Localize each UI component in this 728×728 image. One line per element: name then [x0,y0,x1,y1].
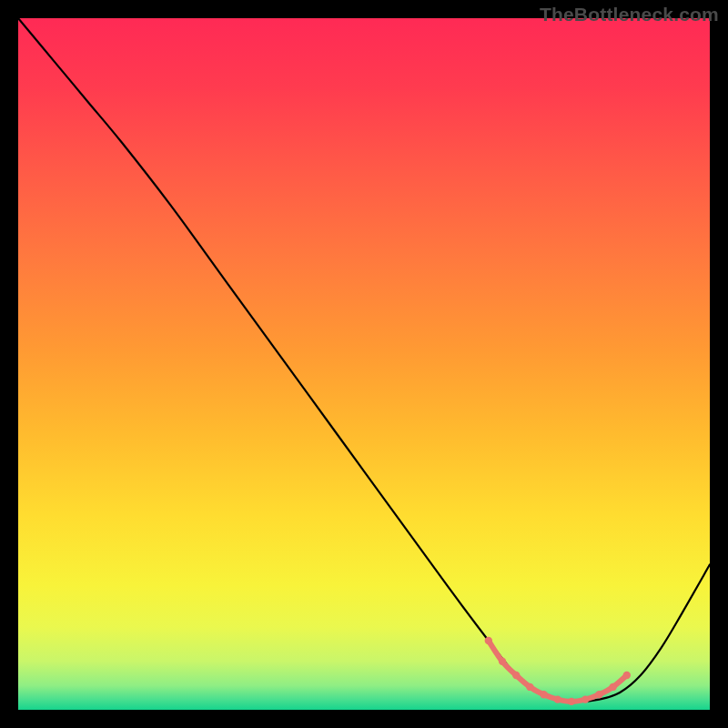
gradient-background [18,18,710,710]
optimal-range-point [595,691,602,698]
optimal-range-point [609,683,616,691]
chart-frame: TheBottleneck.com [0,0,728,728]
optimal-range-point [540,691,547,698]
optimal-range-point [554,695,561,703]
plot-area [18,18,710,710]
chart-svg [18,18,710,710]
optimal-range-point [526,683,533,691]
optimal-range-point [623,672,631,679]
optimal-range-point [581,695,589,703]
optimal-range-point [485,637,492,644]
watermark-text: TheBottleneck.com [540,4,719,25]
optimal-range-point [568,698,575,705]
optimal-range-point [512,672,520,679]
optimal-range-point [499,658,506,665]
